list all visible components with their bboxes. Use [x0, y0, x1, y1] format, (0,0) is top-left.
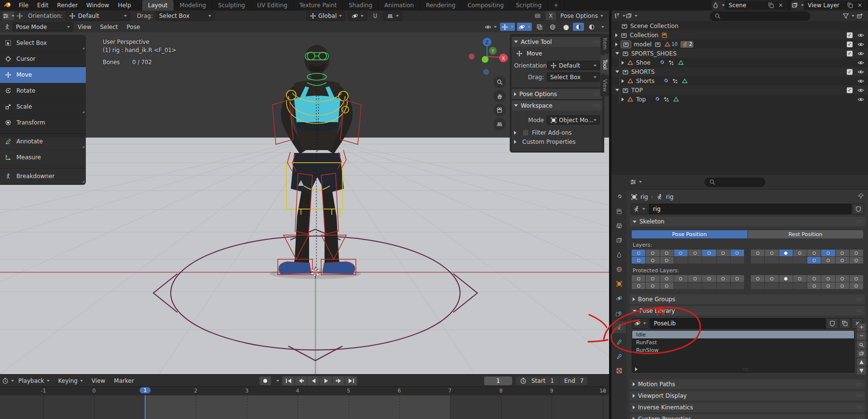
eye-icon[interactable] — [857, 96, 864, 103]
shading-rendered-button[interactable] — [586, 23, 597, 31]
scene-icon[interactable] — [712, 1, 725, 10]
blender-logo-icon[interactable] — [4, 1, 12, 10]
layer-toggle[interactable] — [702, 275, 716, 282]
outliner-row-collection[interactable]: Collection ✓ — [611, 30, 868, 40]
start-value[interactable]: 1 — [550, 377, 554, 384]
layer-toggle[interactable] — [688, 282, 702, 289]
shading-solid-button[interactable] — [560, 23, 571, 31]
auto-key-dropdown[interactable] — [276, 380, 279, 382]
layer-toggle[interactable] — [674, 275, 688, 282]
timeline-menu-keying[interactable]: Keying — [54, 377, 87, 384]
tab-compositing[interactable]: Compositing — [461, 0, 510, 11]
layer-toggle[interactable] — [807, 282, 821, 289]
timeline-menu-marker[interactable]: Marker — [109, 377, 138, 384]
layer-toggle[interactable] — [702, 257, 716, 264]
layer-toggle[interactable] — [751, 282, 764, 289]
layer-toggle[interactable] — [793, 275, 807, 282]
move-pose-down-button[interactable]: ▼ — [857, 367, 866, 375]
menu-help[interactable]: Help — [113, 0, 135, 11]
remove-pose-button[interactable]: − — [857, 332, 866, 340]
list-filter-expander[interactable] — [635, 367, 637, 371]
properties-search[interactable] — [705, 178, 765, 187]
layer-toggle[interactable] — [646, 282, 659, 289]
outliner-row-shoe[interactable]: Shoe — [611, 58, 868, 67]
rest-position-button[interactable]: Rest Position — [748, 230, 864, 238]
menu-edit[interactable]: Edit — [33, 0, 53, 11]
layer-toggle[interactable] — [850, 282, 863, 289]
editor-type-icon[interactable] — [2, 23, 13, 31]
tool-cursor[interactable]: Cursor — [0, 51, 86, 67]
tab-bone[interactable] — [612, 336, 626, 348]
layer-toggle[interactable] — [702, 282, 716, 289]
npanel-tab-view[interactable]: View — [600, 75, 609, 96]
panel-pose-options-header[interactable]: Pose Options∷∷ — [512, 89, 602, 99]
render-checkbox[interactable]: ✓ — [847, 51, 853, 56]
armature-name-input[interactable] — [649, 204, 852, 214]
bone-groups-panel-header[interactable]: Bone Groups∷∷ — [630, 294, 865, 304]
timeline-menu-view[interactable]: View — [87, 377, 109, 384]
menu-window[interactable]: Window — [82, 0, 113, 11]
ortho-toggle-button[interactable] — [493, 118, 506, 130]
tab-output[interactable] — [612, 220, 626, 232]
fake-user-shield-icon[interactable] — [853, 204, 864, 214]
outliner-row-model[interactable]: model 10 2 ✓ — [611, 40, 868, 49]
tab-bone-constraints[interactable] — [612, 350, 626, 362]
pose-item-runslow[interactable]: RunSlow — [632, 346, 854, 354]
filter-addons-checkbox[interactable] — [522, 129, 529, 136]
outliner-row-top-collection[interactable]: TOP ✓ — [611, 85, 868, 95]
outliner-row-top[interactable]: Top — [611, 95, 868, 104]
layer-toggle[interactable] — [779, 275, 793, 282]
layer-toggle[interactable] — [660, 250, 674, 256]
custom-properties-panel-header[interactable]: Custom Properties∷∷ — [630, 414, 865, 419]
tool-scale[interactable]: Scale — [0, 99, 86, 115]
xray-toggle[interactable] — [534, 23, 545, 31]
tool-breakdowner[interactable]: Breakdowner — [0, 168, 86, 184]
layer-toggle[interactable] — [660, 257, 674, 264]
current-frame-field[interactable]: 1 — [484, 377, 512, 385]
layer-toggle[interactable] — [688, 275, 702, 282]
auto-key-record-button[interactable] — [259, 377, 271, 385]
tab-world[interactable] — [612, 264, 626, 275]
breadcrumb-object[interactable]: rig — [640, 194, 648, 200]
layer-toggle[interactable] — [632, 250, 645, 256]
timeline-tick[interactable]: 7 — [448, 388, 452, 394]
add-pose-button[interactable]: + — [857, 323, 866, 331]
transform-orientation-dropdown[interactable]: Global — [306, 12, 345, 21]
tab-scene[interactable] — [612, 249, 626, 261]
timeline-menu-playback[interactable]: Playback — [14, 377, 54, 384]
layer-toggle[interactable] — [688, 250, 702, 256]
layer-toggle[interactable] — [632, 275, 645, 282]
tab-uv-editing[interactable]: UV Editing — [251, 0, 294, 11]
tab-rendering[interactable]: Rendering — [420, 0, 461, 11]
visibility-dropdown[interactable] — [483, 23, 498, 31]
viewport-menu-view[interactable]: View — [73, 24, 95, 30]
layer-toggle[interactable] — [731, 257, 744, 264]
viewport-menu-select[interactable]: Select — [95, 24, 122, 30]
shading-wireframe-button[interactable] — [547, 23, 558, 31]
tool-transform[interactable]: Transform — [0, 115, 86, 131]
inverse-kinematics-panel-header[interactable]: Inverse Kinematics∷∷ — [630, 403, 865, 412]
apply-pose-button[interactable] — [857, 341, 866, 349]
playhead[interactable] — [145, 395, 146, 419]
menu-file[interactable]: File — [14, 0, 33, 11]
end-value[interactable]: 7 — [580, 377, 584, 384]
layer-toggle[interactable] — [751, 257, 764, 264]
layer-toggle[interactable] — [793, 282, 807, 289]
layer-toggle[interactable] — [807, 257, 821, 264]
layer-toggle[interactable] — [674, 282, 688, 289]
layer-toggle[interactable] — [793, 257, 807, 264]
eye-icon[interactable] — [857, 32, 864, 39]
jump-to-end-button[interactable] — [345, 377, 357, 385]
shading-material-button[interactable] — [573, 23, 584, 31]
layer-toggle[interactable] — [779, 282, 793, 289]
move-pose-up-button[interactable]: ▲ — [857, 358, 866, 366]
layer-toggle[interactable] — [717, 282, 730, 289]
eye-icon[interactable] — [857, 78, 864, 84]
jump-to-start-button[interactable] — [283, 377, 294, 385]
layer-toggle[interactable] — [751, 275, 764, 282]
tab-physics[interactable] — [612, 293, 626, 304]
add-workspace-button[interactable]: + — [548, 0, 565, 11]
new-collection-button[interactable] — [854, 12, 865, 20]
tab-texture-paint[interactable]: Texture Paint — [294, 0, 343, 11]
layer-toggle[interactable] — [632, 282, 645, 289]
